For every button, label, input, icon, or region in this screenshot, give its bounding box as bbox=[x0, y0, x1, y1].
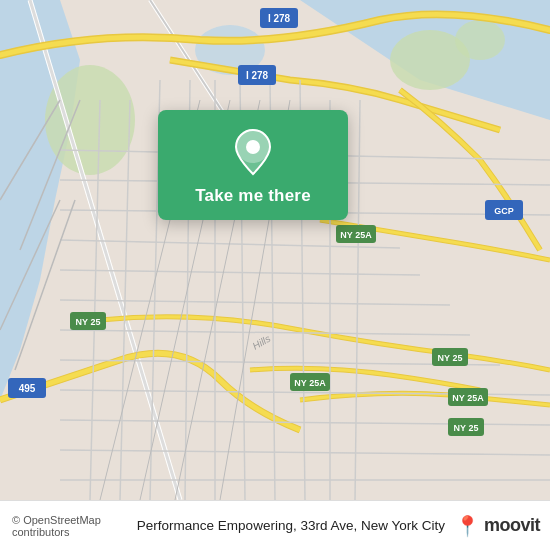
svg-text:495: 495 bbox=[19, 383, 36, 394]
svg-text:I 278: I 278 bbox=[246, 70, 269, 81]
moovit-brand-text: moovit bbox=[484, 515, 540, 536]
moovit-logo: 📍 moovit bbox=[455, 514, 540, 538]
svg-text:NY 25A: NY 25A bbox=[452, 393, 484, 403]
svg-text:NY 25A: NY 25A bbox=[294, 378, 326, 388]
map-container: I 278 I 278 GCP NY 25 NY 25A NY 25A NY 2… bbox=[0, 0, 550, 500]
bottom-bar: © OpenStreetMap contributors Performance… bbox=[0, 500, 550, 550]
svg-text:NY 25: NY 25 bbox=[438, 353, 463, 363]
svg-text:NY 25A: NY 25A bbox=[340, 230, 372, 240]
svg-text:GCP: GCP bbox=[494, 206, 514, 216]
svg-text:NY 25: NY 25 bbox=[76, 317, 101, 327]
map-background: I 278 I 278 GCP NY 25 NY 25A NY 25A NY 2… bbox=[0, 0, 550, 500]
moovit-pin-icon: 📍 bbox=[455, 514, 480, 538]
credit-text: © OpenStreetMap contributors bbox=[12, 514, 101, 538]
openstreetmap-credit: © OpenStreetMap contributors bbox=[12, 514, 137, 538]
svg-point-4 bbox=[45, 65, 135, 175]
take-me-there-label: Take me there bbox=[195, 186, 311, 206]
location-label: Performance Empowering, 33rd Ave, New Yo… bbox=[137, 518, 445, 533]
svg-text:I 278: I 278 bbox=[268, 13, 291, 24]
take-me-there-card[interactable]: Take me there bbox=[158, 110, 348, 220]
svg-point-63 bbox=[246, 140, 260, 154]
location-pin-icon bbox=[233, 128, 273, 176]
svg-text:NY 25: NY 25 bbox=[454, 423, 479, 433]
svg-point-6 bbox=[455, 20, 505, 60]
